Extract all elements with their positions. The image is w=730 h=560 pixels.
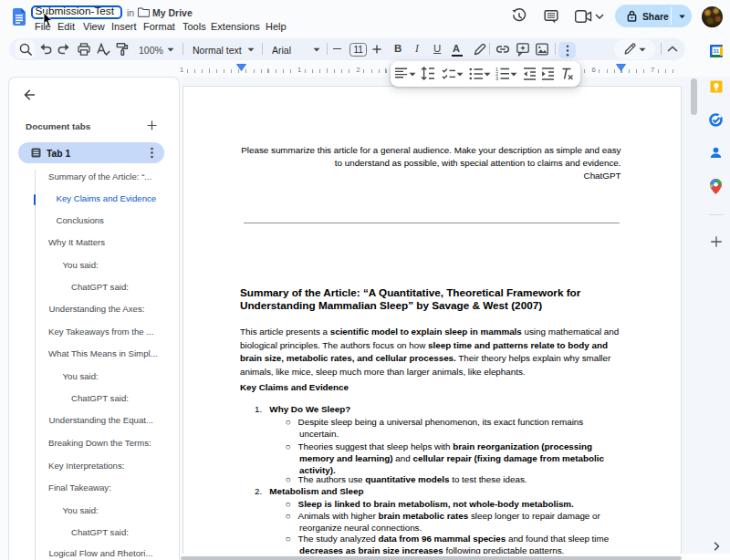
svg-text:31: 31 — [713, 48, 719, 54]
svg-text:3: 3 — [495, 76, 498, 80]
